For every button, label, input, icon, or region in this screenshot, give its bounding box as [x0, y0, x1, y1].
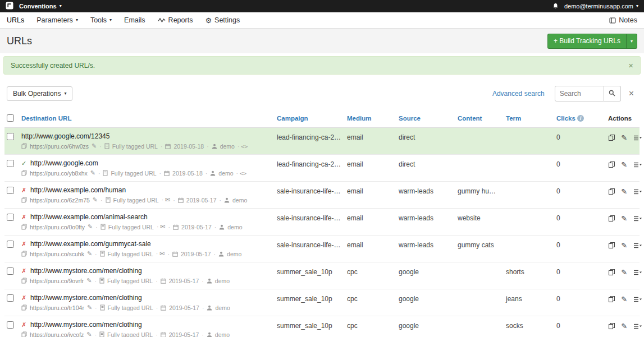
copy-short-url-icon[interactable]	[21, 143, 27, 149]
copy-short-url-icon[interactable]	[21, 197, 27, 203]
short-url-link[interactable]: https://puru.co/0o0fty	[30, 224, 85, 230]
tab-tools[interactable]: Tools▾	[90, 16, 112, 24]
more-actions-icon[interactable]	[633, 296, 642, 303]
more-actions-icon[interactable]	[633, 188, 642, 195]
copy-short-url-icon[interactable]	[21, 170, 27, 176]
copy-short-url-icon[interactable]	[21, 278, 27, 284]
short-url-link[interactable]: https://puru.co/tr104r	[30, 304, 84, 311]
edit-short-url-icon[interactable]: ✎	[93, 196, 98, 204]
copy-action-icon[interactable]	[608, 188, 615, 195]
destination-url-link[interactable]: http://www.mystore.com/men/clothing	[30, 267, 142, 275]
chevron-down-icon: ▾	[60, 4, 62, 8]
edit-short-url-icon[interactable]: ✎	[90, 169, 95, 177]
workspace-menu[interactable]: Conventions ▾	[19, 3, 62, 10]
more-actions-icon[interactable]	[633, 135, 642, 141]
copy-action-icon[interactable]	[608, 134, 615, 141]
separator-dot: ·	[236, 170, 239, 177]
header-campaign[interactable]: Campaign	[277, 115, 308, 122]
more-actions-icon[interactable]	[633, 215, 642, 222]
copy-short-url-icon[interactable]	[21, 331, 27, 337]
edit-action-icon[interactable]: ✎	[621, 214, 627, 223]
edit-action-icon[interactable]: ✎	[621, 295, 627, 303]
more-actions-icon[interactable]	[633, 242, 642, 249]
edit-short-url-icon[interactable]: ✎	[87, 304, 92, 311]
row-checkbox[interactable]	[7, 321, 14, 329]
edit-action-icon[interactable]: ✎	[621, 160, 627, 169]
source-cell: google	[396, 316, 455, 337]
destination-url-link[interactable]: http://www.google.com	[30, 159, 98, 167]
row-checkbox[interactable]	[7, 241, 14, 248]
edit-short-url-icon[interactable]: ✎	[88, 223, 93, 230]
tab-settings[interactable]: ⚙ Settings	[205, 16, 240, 25]
tab-urls[interactable]: URLs	[7, 16, 24, 24]
edit-action-icon[interactable]: ✎	[621, 322, 627, 330]
copy-short-url-icon[interactable]	[21, 304, 27, 311]
short-url-link[interactable]: https://puru.co/6z2m75	[30, 197, 90, 204]
select-all-checkbox[interactable]	[7, 114, 14, 122]
copy-short-url-icon[interactable]	[21, 224, 27, 230]
destination-url-link[interactable]: http://www.google.com/12345	[21, 132, 109, 140]
header-clicks[interactable]: Clicks	[556, 115, 576, 122]
header-content[interactable]: Content	[458, 115, 482, 122]
more-actions-icon[interactable]	[633, 269, 642, 276]
code-icon[interactable]: <>	[241, 144, 248, 150]
row-checkbox[interactable]	[7, 214, 14, 221]
edit-action-icon[interactable]: ✎	[621, 241, 627, 250]
advanced-search-link[interactable]: Advanced search	[492, 90, 545, 98]
destination-url-link[interactable]: http://www.example.com/animal-search	[30, 213, 148, 221]
row-checkbox[interactable]	[7, 187, 14, 194]
bulk-operations-button[interactable]: Bulk Operations ▾	[7, 86, 72, 101]
search-button[interactable]	[604, 86, 621, 101]
header-source[interactable]: Source	[399, 115, 421, 122]
notifications-bell-icon[interactable]	[552, 3, 559, 10]
edit-short-url-icon[interactable]: ✎	[86, 331, 92, 337]
copy-short-url-icon[interactable]	[21, 251, 27, 257]
copy-action-icon[interactable]	[608, 269, 615, 276]
edit-short-url-icon[interactable]: ✎	[86, 277, 92, 284]
row-checkbox[interactable]	[7, 294, 14, 302]
envelope-icon[interactable]: ✉	[159, 250, 165, 257]
tab-emails[interactable]: Emails	[124, 16, 145, 24]
edit-action-icon[interactable]: ✎	[621, 133, 627, 142]
app-logo-icon[interactable]	[6, 2, 13, 11]
info-icon[interactable]: i	[577, 115, 584, 122]
destination-url-link[interactable]: http://www.example.com/gummycat-sale	[30, 240, 151, 248]
header-medium[interactable]: Medium	[347, 115, 371, 122]
short-url-link[interactable]: https://puru.co/9ovrfr	[30, 278, 84, 284]
short-url-link[interactable]: https://puru.co/yb8xhx	[30, 170, 88, 177]
copy-action-icon[interactable]	[608, 296, 615, 303]
destination-url-link[interactable]: http://www.mystore.com/men/clothing	[30, 294, 142, 302]
edit-short-url-icon[interactable]: ✎	[92, 142, 97, 150]
edit-short-url-icon[interactable]: ✎	[87, 250, 92, 257]
short-url-link[interactable]: https://puru.co/jvcofz	[30, 331, 84, 337]
build-tracking-urls-button[interactable]: + Build Tracking URLs	[547, 34, 626, 49]
row-checkbox[interactable]	[7, 133, 14, 140]
copy-action-icon[interactable]	[608, 215, 615, 222]
more-actions-icon[interactable]	[633, 161, 642, 168]
build-dropdown-toggle[interactable]: ▾	[626, 34, 637, 49]
nav-notes[interactable]: Notes	[609, 16, 637, 24]
header-term[interactable]: Term	[506, 115, 521, 122]
envelope-icon[interactable]: ✉	[165, 196, 170, 204]
search-clear-icon[interactable]: ×	[625, 87, 637, 100]
alert-close-icon[interactable]: ×	[628, 61, 633, 70]
row-checkbox[interactable]	[7, 160, 14, 167]
tab-parameters[interactable]: Parameters▾	[36, 16, 78, 24]
short-url-link[interactable]: https://puru.co/6hw0zs	[30, 143, 89, 150]
envelope-icon[interactable]: ✉	[160, 223, 165, 230]
copy-action-icon[interactable]	[608, 242, 615, 249]
short-url-link[interactable]: https://puru.co/scuhk	[30, 251, 84, 257]
search-input[interactable]	[555, 86, 604, 101]
destination-url-link[interactable]: http://www.example.com/human	[30, 186, 126, 194]
account-menu[interactable]: demo@terminusapp.com ▾	[564, 3, 638, 10]
edit-action-icon[interactable]: ✎	[621, 187, 627, 196]
tab-reports[interactable]: Reports	[158, 16, 193, 24]
copy-action-icon[interactable]	[608, 322, 615, 330]
destination-url-link[interactable]: http://www.mystore.com/men/clothing	[30, 321, 142, 329]
header-destination-url[interactable]: Destination URL	[21, 115, 71, 122]
more-actions-icon[interactable]	[633, 323, 642, 330]
row-checkbox[interactable]	[7, 267, 14, 275]
code-icon[interactable]: <>	[240, 170, 246, 177]
edit-action-icon[interactable]: ✎	[621, 268, 627, 276]
copy-action-icon[interactable]	[608, 161, 615, 168]
